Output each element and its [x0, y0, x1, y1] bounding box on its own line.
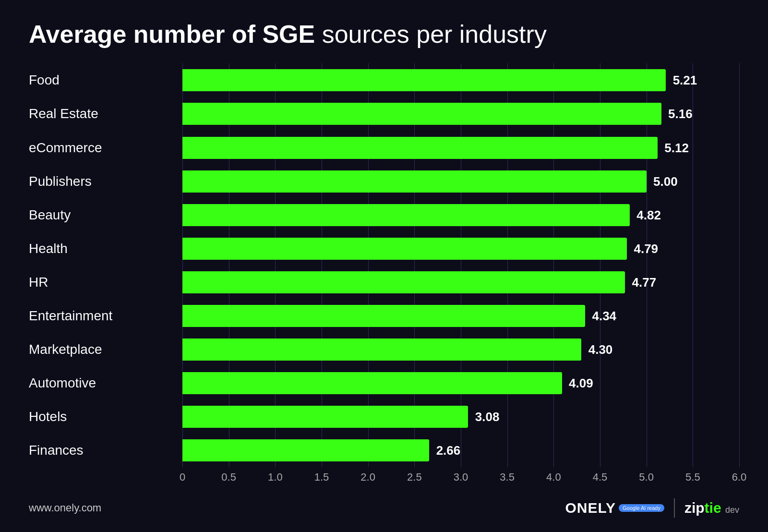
bar-row: 4.77 [182, 268, 739, 296]
onely-text: ONELY [565, 500, 616, 516]
bar-row: 5.12 [182, 134, 739, 162]
bar: 5.00 [182, 170, 647, 193]
main-container: Average number of SGE sources per indust… [0, 0, 768, 532]
bar-value-label: 4.79 [634, 241, 658, 256]
x-tick-label: 5.0 [639, 471, 654, 484]
x-tick-label: 4.0 [546, 471, 561, 484]
chart-title: Average number of SGE sources per indust… [29, 19, 739, 49]
x-tick-label: 0.5 [221, 471, 236, 484]
bar-row: 5.21 [182, 66, 739, 94]
dev-text: dev [725, 505, 739, 515]
x-tick-label: 1.5 [314, 471, 329, 484]
y-label: Entertainment [29, 302, 173, 330]
logo-divider [674, 498, 675, 518]
footer: www.onely.com ONELY Google AI ready zipt… [29, 494, 739, 518]
bar-row: 4.09 [182, 369, 739, 397]
bar-row: 5.16 [182, 100, 739, 128]
x-tick-label: 3.5 [500, 471, 515, 484]
website-label: www.onely.com [29, 502, 101, 514]
y-label: Finances [29, 436, 173, 464]
tie-text: tie [705, 500, 721, 516]
y-label: Marketplace [29, 336, 173, 363]
y-label: HR [29, 268, 173, 296]
bar-value-label: 4.77 [632, 275, 657, 290]
bar-row: 4.30 [182, 336, 739, 363]
bar-value-label: 5.12 [664, 140, 689, 155]
bar: 4.77 [182, 271, 625, 293]
bar-value-label: 4.09 [569, 375, 593, 390]
x-tick-label: 6.0 [732, 471, 747, 484]
y-labels: FoodReal EstateeCommercePublishersBeauty… [29, 63, 182, 467]
bars-section: FoodReal EstateeCommercePublishersBeauty… [29, 63, 739, 467]
bar-row: 2.66 [182, 436, 739, 464]
bar-row: 4.82 [182, 201, 739, 229]
x-tick-label: 1.0 [268, 471, 283, 484]
x-tick-label: 2.5 [407, 471, 422, 484]
google-ai-badge: Google AI ready [619, 504, 664, 512]
bar-row: 3.08 [182, 403, 739, 431]
bar: 4.09 [182, 372, 562, 394]
bar: 4.79 [182, 238, 627, 260]
ziptie-logo: ziptie dev [684, 500, 739, 516]
bars-container: 5.215.165.125.004.824.794.774.344.304.09… [182, 63, 739, 467]
y-label: Food [29, 66, 173, 94]
y-label: eCommerce [29, 134, 173, 162]
bar-value-label: 2.66 [436, 443, 461, 458]
bar: 2.66 [182, 439, 429, 461]
bar-value-label: 5.21 [673, 73, 697, 88]
bar-value-label: 4.30 [588, 342, 613, 357]
bar: 5.16 [182, 103, 661, 125]
bar: 4.34 [182, 305, 585, 327]
y-label: Real Estate [29, 100, 173, 128]
bar: 5.21 [182, 69, 666, 91]
bar: 4.82 [182, 204, 630, 226]
bar-value-label: 4.82 [636, 207, 661, 222]
grid-line [739, 63, 740, 467]
bar: 5.12 [182, 137, 658, 159]
bar-row: 5.00 [182, 168, 739, 195]
bar: 3.08 [182, 406, 468, 428]
x-tick-label: 2.0 [360, 471, 375, 484]
y-label: Publishers [29, 168, 173, 195]
x-tick-label: 3.0 [454, 471, 468, 484]
x-tick-label: 4.5 [593, 471, 608, 484]
x-tick-label: 0 [180, 471, 185, 484]
bar-value-label: 3.08 [475, 409, 500, 424]
bar-value-label: 5.00 [653, 174, 678, 189]
y-label: Hotels [29, 403, 173, 431]
bar-value-label: 4.34 [592, 308, 616, 323]
x-axis: 00.51.01.52.02.53.03.54.04.55.05.56.0 [182, 467, 739, 484]
x-tick-label: 5.5 [685, 471, 700, 484]
chart-area: FoodReal EstateeCommercePublishersBeauty… [29, 63, 739, 484]
bar-value-label: 5.16 [668, 107, 693, 121]
y-label: Beauty [29, 201, 173, 229]
onely-logo: ONELY Google AI ready [565, 500, 664, 516]
bar-row: 4.79 [182, 235, 739, 263]
footer-logos: ONELY Google AI ready ziptie dev [565, 498, 739, 518]
y-label: Automotive [29, 369, 173, 397]
bar: 4.30 [182, 339, 581, 361]
y-label: Health [29, 235, 173, 263]
zip-text: zip [684, 500, 705, 516]
bar-row: 4.34 [182, 302, 739, 330]
